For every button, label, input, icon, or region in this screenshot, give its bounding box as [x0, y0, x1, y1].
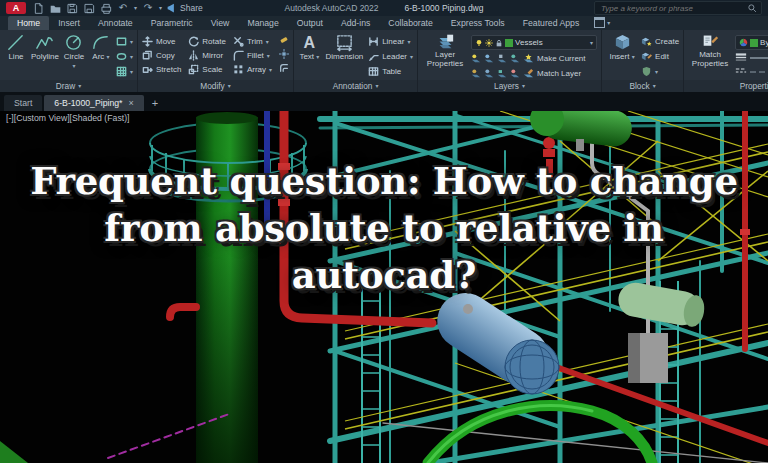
layer-dropdown[interactable]: Vessels ▾	[471, 35, 597, 50]
undo-dropdown-icon[interactable]: ▾	[134, 5, 137, 11]
move-button[interactable]: Move	[142, 35, 181, 48]
line-button[interactable]: Line	[4, 33, 28, 62]
create-block-icon	[641, 36, 652, 47]
layer-state-icon[interactable]	[497, 53, 507, 63]
edit-block-button[interactable]: Edit	[641, 50, 679, 63]
title-bar: A ↶ ▾ ↷ ▾ Share Autodesk AutoCAD 2022 6-…	[0, 0, 768, 16]
match-layer-button[interactable]: Match Layer	[523, 67, 581, 80]
mirror-button[interactable]: Mirror	[188, 49, 226, 62]
tab-manage[interactable]: Manage	[238, 16, 287, 30]
stretch-icon	[142, 64, 153, 75]
layer-state-icon[interactable]	[471, 53, 481, 63]
tab-output[interactable]: Output	[288, 16, 332, 30]
layer-state-icon[interactable]	[510, 68, 520, 78]
tab-collaborate[interactable]: Collaborate	[379, 16, 441, 30]
stretch-button[interactable]: Stretch	[142, 63, 181, 76]
lineweight-dropdown[interactable]: ByLayer	[735, 51, 768, 64]
insert-block-button[interactable]: Insert ▾	[606, 33, 638, 62]
tab-annotate[interactable]: Annotate	[89, 16, 142, 30]
text-button[interactable]: A Text ▾	[298, 33, 321, 62]
tab-express-tools[interactable]: Express Tools	[442, 16, 514, 30]
ribbon-display-toggle[interactable]: ▾	[594, 17, 610, 30]
hatch-icon	[116, 66, 127, 77]
layer-state-icon[interactable]	[510, 53, 520, 63]
rotate-button[interactable]: Rotate	[188, 35, 226, 48]
panel-annotation: A Text ▾ Dimension Linear ▾ Leader ▾ Tab…	[294, 30, 418, 92]
match-layer-icon	[523, 68, 534, 79]
open-folder-icon[interactable]	[49, 2, 61, 14]
tab-view[interactable]: View	[202, 16, 239, 30]
share-button[interactable]: Share	[167, 3, 203, 13]
tab-featured-apps[interactable]: Featured Apps	[514, 16, 589, 30]
trim-button[interactable]: Trim ▾	[233, 35, 272, 48]
panel-layers: Layer Properties Vessels ▾ Make Current	[418, 30, 602, 92]
table-icon	[368, 66, 379, 77]
rectangle-button[interactable]: ▾	[116, 35, 133, 48]
layer-state-icon[interactable]	[484, 53, 494, 63]
tab-parametric[interactable]: Parametric	[142, 16, 202, 30]
hatch-button[interactable]: ▾	[116, 65, 133, 78]
erase-button[interactable]	[279, 35, 289, 45]
ellipse-button[interactable]: ▾	[116, 50, 133, 63]
help-search[interactable]	[594, 1, 762, 15]
linear-dimension-button[interactable]: Linear ▾	[368, 35, 413, 48]
match-properties-button[interactable]: Match Properties	[688, 33, 732, 69]
save-icon[interactable]	[66, 2, 78, 14]
make-current-button[interactable]: Make Current	[523, 52, 585, 65]
create-block-button[interactable]: Create	[641, 35, 679, 48]
search-input[interactable]	[599, 3, 744, 14]
leader-button[interactable]: Leader ▾	[368, 50, 413, 63]
new-file-icon[interactable]	[32, 2, 44, 14]
dimension-button[interactable]: Dimension	[324, 33, 365, 62]
offset-button[interactable]	[279, 63, 289, 73]
linetype-dropdown[interactable]: ByLayer	[735, 65, 768, 78]
block-attributes-button[interactable]: ▾	[641, 65, 679, 78]
annotation-panel-label[interactable]: Annotation▾	[294, 80, 417, 92]
file-tab-start[interactable]: Start	[4, 95, 42, 111]
layer-state-icon[interactable]	[471, 68, 481, 78]
draw-panel-label[interactable]: Draw▾	[0, 80, 137, 92]
block-panel-label[interactable]: Block▾	[602, 80, 683, 92]
fillet-button[interactable]: Fillet ▾	[233, 49, 272, 62]
file-tab-document[interactable]: 6-B-1000_Piping* ×	[44, 95, 143, 111]
close-tab-icon[interactable]: ×	[128, 98, 133, 108]
layers-panel-label[interactable]: Layers▾	[418, 80, 601, 92]
layer-properties-button[interactable]: Layer Properties	[422, 33, 468, 69]
redo-icon[interactable]: ↷	[142, 2, 154, 14]
viewport-controls[interactable]: [-][Custom View][Shaded (Fast)]	[6, 113, 129, 123]
properties-panel-label[interactable]: Properties▾	[684, 80, 768, 92]
circle-button[interactable]: Circle ▾	[62, 33, 86, 71]
file-tab-document-name: 6-B-1000_Piping*	[54, 98, 122, 108]
plot-icon[interactable]	[100, 2, 112, 14]
search-icon[interactable]	[748, 4, 757, 13]
arc-button[interactable]: Arc ▾	[89, 33, 113, 62]
tab-home[interactable]: Home	[8, 16, 49, 30]
layer-state-icon[interactable]	[484, 68, 494, 78]
attributes-icon	[641, 66, 652, 77]
new-drawing-tab-button[interactable]: +	[146, 95, 164, 111]
object-color-dropdown[interactable]: ByLayer ▾	[735, 35, 768, 50]
modify-panel-label[interactable]: Modify▾	[138, 80, 293, 92]
drawing-canvas[interactable]: [-][Custom View][Shaded (Fast)]	[0, 111, 768, 463]
explode-icon	[279, 49, 289, 59]
autocad-logo[interactable]: A	[6, 2, 26, 14]
ellipse-icon	[116, 51, 127, 62]
tab-insert[interactable]: Insert	[49, 16, 89, 30]
tab-add-ins[interactable]: Add-ins	[332, 16, 379, 30]
copy-button[interactable]: Copy	[142, 49, 181, 62]
save-as-icon[interactable]	[83, 2, 95, 14]
layer-state-icon[interactable]	[497, 68, 507, 78]
linetype-preview	[750, 70, 768, 74]
array-button[interactable]: Array ▾	[233, 63, 272, 76]
explode-button[interactable]	[279, 49, 289, 59]
insert-icon	[613, 33, 632, 52]
polyline-button[interactable]: Polyline	[31, 33, 59, 62]
scale-button[interactable]: Scale	[188, 63, 226, 76]
document-title: 6-B-1000 Piping.dwg	[405, 3, 484, 13]
layer-dropdown-caret: ▾	[590, 40, 593, 46]
redo-dropdown-icon[interactable]: ▾	[159, 5, 162, 11]
erase-icon	[279, 35, 289, 45]
layer-color-swatch	[505, 39, 513, 47]
undo-icon[interactable]: ↶	[117, 2, 129, 14]
table-button[interactable]: Table	[368, 65, 413, 78]
